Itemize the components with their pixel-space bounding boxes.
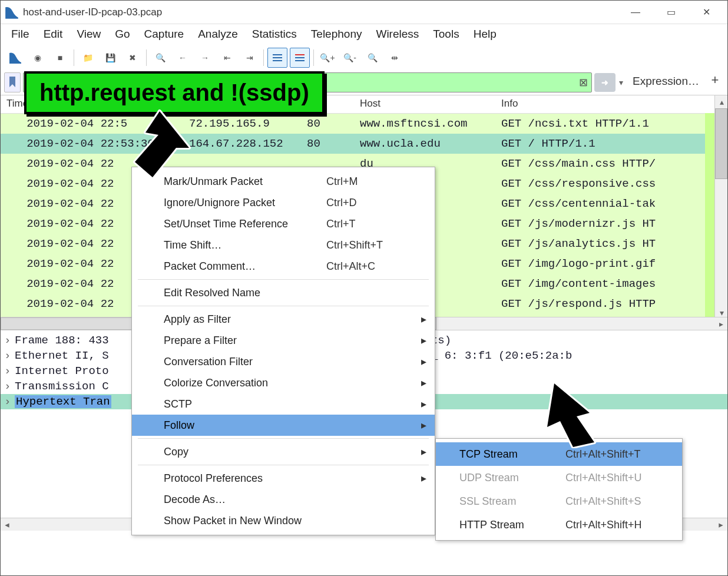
window-title: host-and-user-ID-pcap-03.pcap — [23, 6, 618, 18]
zoom-out-icon[interactable]: 🔍- — [340, 48, 360, 68]
toolbar-button[interactable]: ✖ — [123, 48, 143, 68]
context-menu-item[interactable]: Show Packet in New Window — [132, 510, 435, 531]
column-header-info[interactable]: Info — [501, 98, 727, 110]
resize-columns-icon[interactable]: ⇹ — [385, 48, 405, 68]
svg-rect-3 — [295, 54, 305, 55]
menu-capture[interactable]: Capture — [144, 28, 184, 41]
toolbar-button[interactable]: ◉ — [28, 48, 48, 68]
context-menu-item[interactable]: Conversation Filter▸ — [132, 351, 435, 372]
scroll-right-icon[interactable]: ▸ — [714, 518, 727, 531]
menu-analyze[interactable]: Analyze — [198, 28, 238, 41]
toolbar-button[interactable]: 🔍 — [150, 48, 170, 68]
toolbar-button[interactable]: ⇤ — [217, 48, 237, 68]
column-header-host[interactable]: Host — [360, 98, 501, 110]
follow-menu-item[interactable]: HTTP StreamCtrl+Alt+Shift+H — [436, 513, 682, 537]
context-menu-item[interactable]: Edit Resolved Name — [132, 282, 435, 303]
toolbar-fin-icon[interactable] — [5, 48, 25, 68]
packet-density-gutter — [705, 113, 714, 317]
wireshark-fin-icon — [4, 5, 19, 20]
annotation-callout: http.request and !(ssdp) — [24, 71, 325, 114]
bookmark-icon[interactable] — [4, 72, 21, 92]
context-menu-item[interactable]: Protocol Preferences▸ — [132, 468, 435, 489]
svg-rect-4 — [295, 57, 305, 58]
scroll-right-icon[interactable]: ▸ — [714, 317, 727, 330]
toolbar: ◉ ■ 📁 💾 ✖ 🔍 ← → ⇤ ⇥ 🔍+ 🔍- 🔍 ⇹ — [1, 47, 727, 71]
context-menu-item[interactable]: Set/Unset Time ReferenceCtrl+T — [132, 213, 435, 234]
menu-telephony[interactable]: Telephony — [311, 28, 362, 41]
svg-rect-2 — [273, 60, 282, 61]
menu-file[interactable]: File — [11, 28, 29, 41]
toolbar-button[interactable]: ■ — [50, 48, 70, 68]
toolbar-button[interactable]: → — [195, 48, 215, 68]
menu-wireless[interactable]: Wireless — [376, 28, 419, 41]
follow-submenu: TCP StreamCtrl+Alt+Shift+TUDP StreamCtrl… — [435, 438, 683, 541]
menu-tools[interactable]: Tools — [433, 28, 459, 41]
packet-row[interactable]: 2019-02-04 22:53:30164.67.228.15280www.u… — [1, 134, 727, 154]
follow-menu-item: SSL StreamCtrl+Alt+Shift+S — [436, 489, 682, 513]
toolbar-button[interactable]: ⇥ — [240, 48, 260, 68]
follow-menu-item: UDP StreamCtrl+Alt+Shift+U — [436, 466, 682, 489]
context-menu-item[interactable]: SCTP▸ — [132, 393, 435, 415]
svg-rect-1 — [273, 57, 282, 58]
context-menu-item[interactable]: Prepare a Filter▸ — [132, 330, 435, 351]
context-menu-item[interactable]: Ignore/Unignore PacketCtrl+D — [132, 192, 435, 213]
autoscroll-button[interactable] — [267, 48, 287, 68]
close-button[interactable]: ✕ — [689, 1, 724, 24]
vertical-scrollbar[interactable]: ▴ ▾ — [714, 95, 727, 319]
context-menu-item[interactable]: Mark/Unmark PacketCtrl+M — [132, 171, 435, 192]
follow-menu-item[interactable]: TCP StreamCtrl+Alt+Shift+T — [436, 442, 682, 466]
dropdown-arrow-icon[interactable]: ▾ — [617, 78, 626, 87]
context-menu-item[interactable]: Packet Comment…Ctrl+Alt+C — [132, 256, 435, 277]
context-menu-item[interactable]: Copy▸ — [132, 441, 435, 462]
packet-row[interactable]: 2019-02-04 22:572.195.165.980www.msftncs… — [1, 114, 727, 134]
context-menu-item[interactable]: Colorize Conversation▸ — [132, 372, 435, 393]
apply-filter-button[interactable]: ➜ — [594, 73, 616, 92]
menu-statistics[interactable]: Statistics — [252, 28, 297, 41]
add-filter-button[interactable]: + — [706, 72, 724, 92]
colorize-button[interactable] — [290, 48, 310, 68]
expression-button[interactable]: Expression… — [628, 72, 704, 92]
zoom-reset-icon[interactable]: 🔍 — [362, 48, 382, 68]
toolbar-button[interactable]: ← — [173, 48, 193, 68]
scroll-up-icon[interactable]: ▴ — [715, 95, 728, 108]
minimize-button[interactable]: ― — [618, 1, 653, 24]
zoom-in-icon[interactable]: 🔍+ — [317, 48, 337, 68]
svg-rect-0 — [273, 54, 282, 55]
context-menu-item[interactable]: Time Shift…Ctrl+Shift+T — [132, 234, 435, 256]
menubar: FileEditViewGoCaptureAnalyzeStatisticsTe… — [1, 24, 727, 47]
scroll-left-icon[interactable]: ◂ — [1, 518, 14, 531]
context-menu: Mark/Unmark PacketCtrl+MIgnore/Unignore … — [131, 167, 435, 535]
toolbar-button[interactable]: 📁 — [78, 48, 98, 68]
context-menu-item[interactable]: Decode As… — [132, 489, 435, 510]
context-menu-item[interactable]: Follow▸ — [132, 415, 435, 436]
context-menu-item[interactable]: Apply as Filter▸ — [132, 309, 435, 330]
menu-go[interactable]: Go — [115, 28, 130, 41]
scrollbar-thumb[interactable] — [715, 108, 727, 179]
menu-edit[interactable]: Edit — [44, 28, 63, 41]
titlebar: host-and-user-ID-pcap-03.pcap ― ▭ ✕ — [1, 1, 727, 24]
svg-rect-5 — [295, 60, 305, 61]
menu-view[interactable]: View — [77, 28, 101, 41]
menu-help[interactable]: Help — [474, 28, 497, 41]
toolbar-button[interactable]: 💾 — [100, 48, 120, 68]
maximize-button[interactable]: ▭ — [653, 1, 689, 24]
clear-filter-icon[interactable]: ⊠ — [579, 76, 588, 89]
